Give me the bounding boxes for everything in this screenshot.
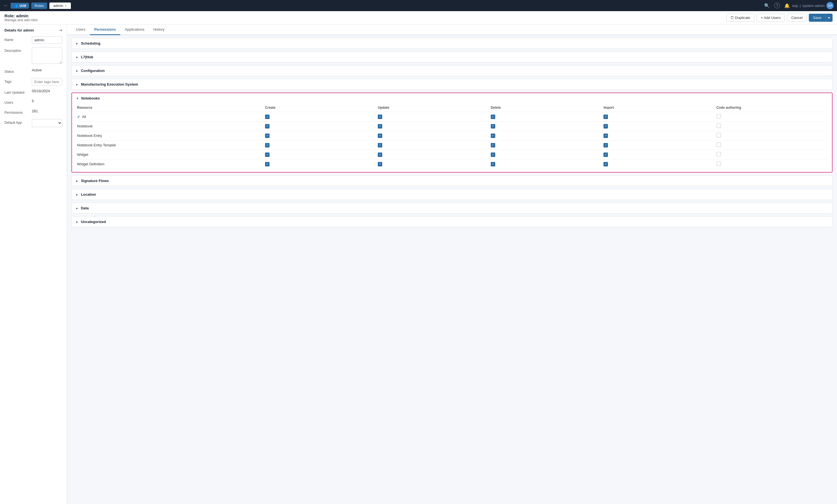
import-notebook-checkbox[interactable]: ✓: [604, 124, 608, 129]
notebooks-table-wrap: Resource Create Update Delete Import Cod…: [72, 104, 832, 172]
import-widget-checkbox[interactable]: ✓: [604, 152, 608, 157]
tab-history[interactable]: History: [149, 24, 169, 35]
active-tab[interactable]: admin ×: [49, 2, 71, 9]
resource-notebook-entry-cell: Notebook Entry: [76, 131, 264, 141]
tab-users[interactable]: Users: [71, 24, 90, 35]
create-all-checkbox[interactable]: ✓: [265, 115, 269, 119]
nav-back-button[interactable]: ←: [3, 3, 8, 8]
update-notebook-entry-cell: ✓: [377, 131, 489, 141]
tab-permissions[interactable]: Permissions: [90, 24, 120, 35]
duplicate-label: Duplicate: [735, 16, 750, 20]
update-notebook-cell: ✓: [377, 122, 489, 131]
section-signature-flows-header[interactable]: ► Signature Flows: [72, 175, 832, 186]
create-notebook-entry-template-checkbox[interactable]: ✓: [265, 143, 269, 147]
update-notebook-checkbox[interactable]: ✓: [378, 124, 382, 129]
table-row: Notebook ✓ ✓ ✓ ✓: [76, 122, 828, 131]
code-authoring-widget-definition-checkbox[interactable]: [716, 162, 721, 166]
duplicate-button[interactable]: 🗒 Duplicate: [726, 14, 754, 22]
collapse-panel-button[interactable]: ⇥: [59, 28, 62, 32]
section-scheduling-header[interactable]: ► Scheduling: [72, 38, 832, 49]
section-location-header[interactable]: ► Location: [72, 189, 832, 200]
create-notebook-entry-checkbox[interactable]: ✓: [265, 133, 269, 138]
delete-notebook-checkbox[interactable]: ✓: [491, 124, 495, 129]
notebooks-chevron-icon: ▼: [76, 97, 79, 100]
scheduling-title: Scheduling: [81, 41, 101, 45]
notebooks-permissions-table: Resource Create Update Delete Import Cod…: [76, 104, 828, 169]
delete-all-checkbox[interactable]: ✓: [491, 115, 495, 119]
scheduling-chevron-icon: ►: [76, 42, 79, 45]
default-app-label: Default App: [4, 119, 30, 125]
add-users-button[interactable]: + Add Users: [756, 14, 785, 22]
section-manufacturing-header[interactable]: ► Manufacturing Execution System: [72, 79, 832, 90]
l7hub-title: L7|Hub: [81, 55, 93, 59]
default-app-select[interactable]: [32, 119, 62, 127]
save-dropdown-button[interactable]: ▾: [825, 14, 833, 22]
status-field-row: Status Active: [4, 68, 62, 75]
notification-icon[interactable]: 🔔: [784, 3, 790, 8]
update-all-checkbox[interactable]: ✓: [378, 115, 382, 119]
update-notebook-entry-template-checkbox[interactable]: ✓: [378, 143, 382, 147]
code-authoring-notebook-checkbox[interactable]: [716, 124, 721, 128]
save-dropdown-icon: ▾: [828, 16, 830, 20]
tags-input[interactable]: [32, 78, 62, 86]
search-icon[interactable]: 🔍: [764, 3, 770, 8]
status-label: Status: [4, 68, 30, 74]
left-panel-title: Details for admin: [4, 28, 34, 32]
code-authoring-all-checkbox[interactable]: [716, 114, 721, 118]
section-uncategorized-header[interactable]: ► Uncategorized: [72, 217, 832, 227]
delete-widget-definition-checkbox[interactable]: ✓: [491, 162, 495, 166]
code-authoring-notebook-entry-checkbox[interactable]: [716, 133, 721, 137]
description-label: Description: [4, 47, 30, 53]
users-count-value: 5: [32, 99, 62, 103]
signature-flows-chevron-icon: ►: [76, 179, 79, 183]
section-l7hub-header[interactable]: ► L7|Hub: [72, 52, 832, 62]
update-widget-definition-checkbox[interactable]: ✓: [378, 162, 382, 166]
top-nav: ← 👥 IAM Roles admin × 🔍 ? 🔔 esp | system…: [0, 0, 837, 11]
avatar[interactable]: SA: [826, 2, 834, 9]
iam-label: IAM: [19, 4, 26, 8]
import-notebook-entry-template-checkbox[interactable]: ✓: [604, 143, 608, 147]
update-widget-checkbox[interactable]: ✓: [378, 152, 382, 157]
delete-notebook-entry-template-checkbox[interactable]: ✓: [491, 143, 495, 147]
create-widget-definition-checkbox[interactable]: ✓: [265, 162, 269, 166]
import-all-cell: ✓: [602, 112, 715, 122]
section-configuration-header[interactable]: ► Configuration: [72, 66, 832, 76]
users-count-text: 5: [32, 97, 34, 105]
import-all-checkbox[interactable]: ✓: [604, 115, 608, 119]
save-button[interactable]: Save: [809, 14, 825, 22]
code-authoring-notebook-entry-template-checkbox[interactable]: [716, 143, 721, 147]
update-widget-cell: ✓: [377, 150, 489, 160]
col-resource: Resource: [76, 104, 264, 112]
tab-close-icon[interactable]: ×: [65, 4, 67, 7]
section-notebooks-header[interactable]: ▼ Notebooks: [72, 93, 832, 104]
description-field-row: Description: [4, 47, 62, 65]
create-widget-cell: ✓: [264, 150, 377, 160]
delete-notebook-entry-checkbox[interactable]: ✓: [491, 133, 495, 138]
description-textarea[interactable]: [32, 47, 62, 64]
permissions-count-text: 281: [32, 108, 38, 115]
locale-label: esp: [792, 4, 798, 8]
name-input[interactable]: [32, 36, 62, 44]
import-notebook-entry-checkbox[interactable]: ✓: [604, 133, 608, 138]
code-authoring-widget-checkbox[interactable]: [716, 152, 721, 156]
tab-applications[interactable]: Applications: [120, 24, 149, 35]
update-notebook-entry-template-cell: ✓: [377, 141, 489, 150]
iam-nav-badge[interactable]: 👥 IAM: [11, 3, 29, 8]
create-notebook-checkbox[interactable]: ✓: [265, 124, 269, 129]
table-row: ✓ All ✓ ✓ ✓ ✓: [76, 112, 828, 122]
uncategorized-title: Uncategorized: [81, 220, 106, 224]
left-panel-header: Details for admin ⇥: [4, 28, 62, 32]
create-widget-checkbox[interactable]: ✓: [265, 152, 269, 157]
cancel-button[interactable]: Cancel: [787, 14, 806, 22]
update-notebook-entry-checkbox[interactable]: ✓: [378, 133, 382, 138]
avatar-initials: SA: [828, 4, 832, 7]
delete-widget-definition-cell: ✓: [489, 160, 602, 169]
section-data-header[interactable]: ► Data: [72, 203, 832, 213]
users-icon: 👥: [13, 4, 18, 8]
import-widget-definition-checkbox[interactable]: ✓: [604, 162, 608, 166]
help-icon[interactable]: ?: [774, 3, 780, 8]
roles-nav-button[interactable]: Roles: [31, 2, 47, 9]
delete-widget-checkbox[interactable]: ✓: [491, 152, 495, 157]
users-count-label: Users: [4, 99, 30, 105]
name-field-row: Name: [4, 36, 62, 44]
